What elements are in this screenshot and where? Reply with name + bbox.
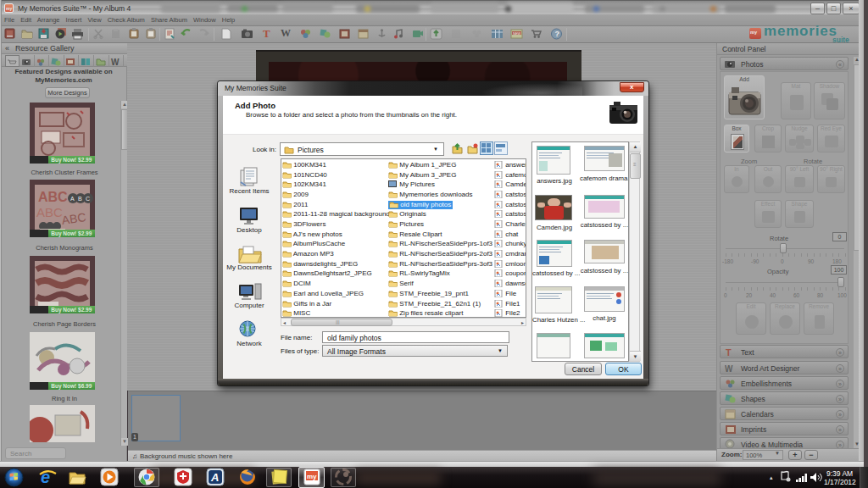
svg-text:my: my (307, 473, 317, 480)
svg-text:A: A (210, 471, 219, 484)
